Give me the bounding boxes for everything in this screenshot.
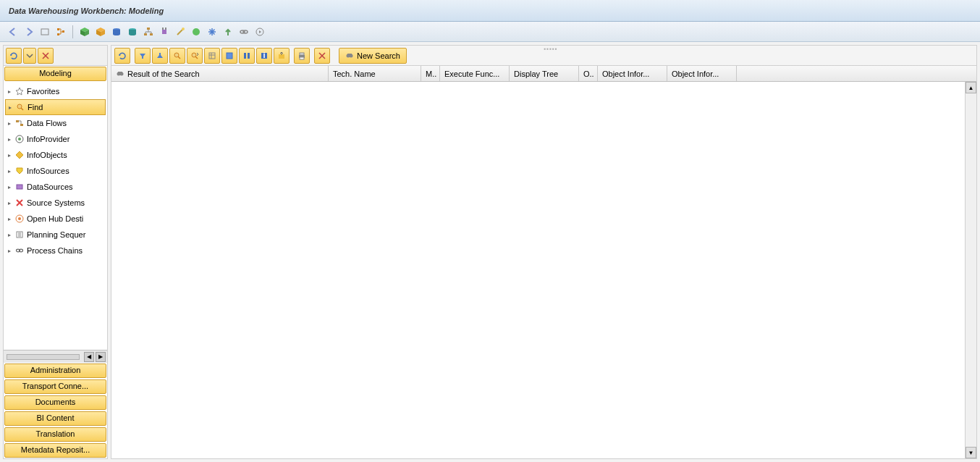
col-filler	[737, 66, 976, 81]
layout-button[interactable]	[204, 48, 220, 64]
new-search-label: New Search	[357, 51, 400, 60]
cylinder-blue-button[interactable]	[109, 25, 124, 39]
tree-item-infosources[interactable]: ▸ InfoSources	[5, 163, 106, 179]
tree-item-sourcesystems[interactable]: ▸ Source Systems	[5, 195, 106, 211]
scroll-left-button[interactable]: ◀	[84, 352, 94, 362]
infosources-icon	[14, 166, 25, 176]
tree-item-openhub[interactable]: ▸ Open Hub Desti	[5, 211, 106, 227]
expand-button[interactable]	[23, 48, 36, 64]
toolbar-separator	[72, 25, 73, 38]
close-panel-button[interactable]	[38, 48, 54, 64]
tree-item-infoobjects[interactable]: ▸ InfoObjects	[5, 147, 106, 163]
tree-item-find[interactable]: ▸ Find	[5, 99, 106, 115]
svg-rect-2	[57, 33, 59, 35]
refresh-results-button[interactable]	[114, 48, 130, 64]
col-m[interactable]: M..	[421, 66, 440, 81]
scroll-up-button[interactable]: ▲	[966, 82, 976, 93]
play-button[interactable]	[253, 25, 267, 39]
scroll-right-button[interactable]: ▶	[96, 352, 106, 362]
panel-grip[interactable]: ▪▪▪▪▪	[544, 46, 558, 52]
tree-label: Source Systems	[27, 198, 85, 207]
cube-green-button[interactable]	[77, 25, 92, 39]
tree-bullet: ▸	[8, 136, 12, 143]
select-all-button[interactable]	[221, 48, 237, 64]
cube-orange-button[interactable]	[93, 25, 108, 39]
plug-button[interactable]	[157, 25, 172, 39]
col-execute[interactable]: Execute Func...	[440, 66, 510, 81]
filter-up-button[interactable]	[152, 48, 168, 64]
content-area: Modeling ▸ Favorites ▸ Find ▸ Data Flows…	[0, 42, 980, 462]
svg-point-26	[18, 217, 21, 220]
export-button[interactable]	[274, 48, 290, 64]
up-arrow-button[interactable]	[221, 25, 235, 39]
print-button[interactable]	[294, 48, 310, 64]
wand-button[interactable]	[173, 25, 187, 39]
col-objinfo2[interactable]: Object Infor...	[667, 66, 737, 81]
tree-bullet: ▸	[8, 216, 12, 222]
filter-down-button[interactable]	[135, 48, 151, 64]
col-o[interactable]: O..	[579, 66, 598, 81]
hierarchy-button[interactable]	[141, 25, 156, 39]
svg-rect-12	[150, 33, 153, 35]
tree-label: Data Flows	[27, 119, 67, 127]
svg-rect-0	[41, 29, 48, 35]
link-button[interactable]	[237, 25, 251, 39]
right-panel: ▪▪▪▪▪ i New Search	[111, 45, 977, 459]
datasources-icon	[14, 182, 25, 192]
tree-item-infoprovider[interactable]: ▸ InfoProvider	[5, 131, 106, 147]
tree-label: InfoObjects	[27, 151, 67, 159]
info-button[interactable]: i	[256, 48, 272, 64]
svg-rect-34	[244, 53, 246, 59]
star-blue-button[interactable]	[205, 25, 219, 39]
bicontent-button[interactable]: BI Content	[4, 411, 106, 426]
tree-item-datasources[interactable]: ▸ DataSources	[5, 179, 106, 195]
transport-button[interactable]: Transport Conne...	[4, 379, 106, 394]
administration-button[interactable]: Administration	[4, 364, 106, 378]
window-button[interactable]	[38, 25, 52, 39]
tree-bullet: ▸	[8, 184, 12, 190]
svg-rect-10	[147, 28, 150, 30]
col-result[interactable]: Result of the Search	[111, 66, 329, 81]
col-objinfo1[interactable]: Object Infor...	[598, 66, 667, 81]
svg-rect-33	[227, 53, 232, 59]
svg-point-14	[182, 28, 185, 30]
scroll-track[interactable]	[7, 354, 80, 360]
main-toolbar: www.tutorialkart.com	[0, 22, 980, 42]
left-top-toolbar	[4, 46, 107, 66]
col-label: O..	[583, 70, 594, 78]
col-displaytree[interactable]: Display Tree	[510, 66, 579, 81]
col-label: Tech. Name	[333, 70, 376, 78]
scroll-down-button[interactable]: ▼	[966, 447, 976, 458]
col-label: Execute Func...	[444, 70, 499, 78]
star-green-button[interactable]	[189, 25, 203, 39]
close-button[interactable]	[314, 48, 330, 64]
tree-item-favorites[interactable]: ▸ Favorites	[5, 83, 106, 99]
columns-button[interactable]	[239, 48, 255, 64]
cylinder-teal-button[interactable]	[125, 25, 140, 39]
modeling-header[interactable]: Modeling	[4, 67, 106, 81]
svg-rect-32	[209, 53, 215, 59]
svg-rect-47	[118, 72, 122, 73]
translation-button[interactable]: Translation	[4, 427, 106, 442]
tree-label: DataSources	[27, 182, 73, 191]
documents-button[interactable]: Documents	[4, 395, 106, 410]
new-search-button[interactable]: New Search	[339, 48, 407, 64]
find-icon	[15, 102, 25, 112]
vertical-scrollbar[interactable]: ▲ ▼	[965, 82, 976, 458]
find-button[interactable]	[169, 48, 185, 64]
col-techname[interactable]: Tech. Name	[329, 66, 421, 81]
tree-bullet: ▸	[8, 248, 12, 254]
back-button[interactable]	[6, 25, 20, 39]
forward-button[interactable]	[22, 25, 36, 39]
tree-item-dataflows[interactable]: ▸ Data Flows	[5, 115, 106, 131]
svg-rect-11	[144, 33, 147, 35]
tree-item-planning[interactable]: ▸ Planning Sequer	[5, 227, 106, 243]
tree-item-processchains[interactable]: ▸ Process Chains	[5, 243, 106, 259]
tree-button[interactable]	[54, 25, 68, 39]
metadata-button[interactable]: Metadata Reposit...	[4, 443, 106, 458]
refresh-button[interactable]	[6, 48, 22, 64]
find-next-button[interactable]	[187, 48, 203, 64]
result-area: ▲ ▼	[111, 82, 976, 458]
favorites-icon	[14, 86, 25, 96]
svg-point-15	[193, 28, 200, 35]
